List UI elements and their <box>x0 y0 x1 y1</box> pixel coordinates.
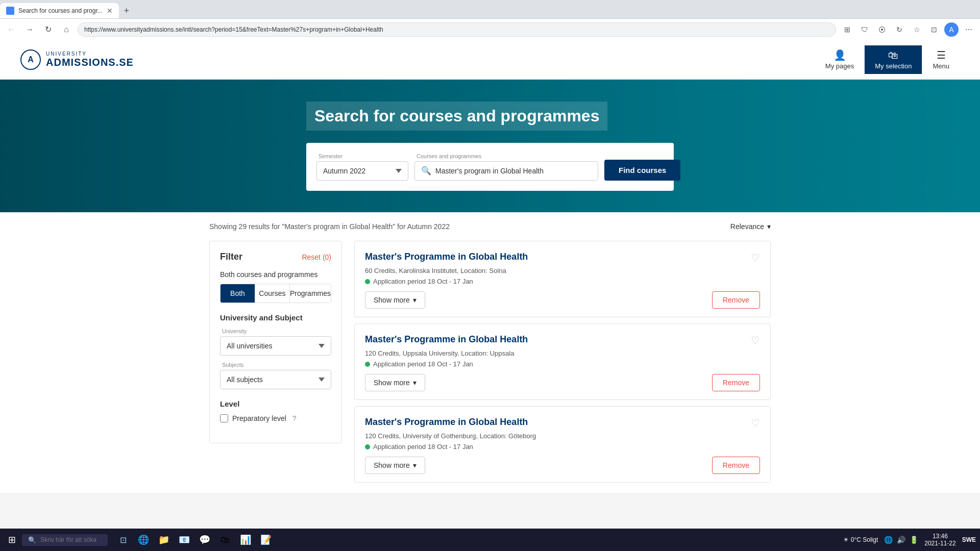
nav-my-pages-label: My pages <box>825 62 854 70</box>
course-list: Master's Programme in Global Health ♡ 60… <box>354 241 771 483</box>
chevron-down-icon-2: ▾ <box>413 379 416 387</box>
search-icon: 🔍 <box>421 166 431 176</box>
status-dot-1 <box>365 279 370 284</box>
sync-btn[interactable]: ↻ <box>892 22 906 37</box>
forward-btn[interactable]: → <box>22 22 37 37</box>
course-status-3: Application period 18 Oct - 17 Jan <box>365 443 760 450</box>
filter-reset-btn[interactable]: Reset (0) <box>302 253 331 261</box>
university-select[interactable]: All universities <box>220 336 331 356</box>
sort-label: Relevance <box>730 222 764 231</box>
browser-tab-bar: Search for courses and progr... ✕ + <box>0 0 980 18</box>
course-title-3[interactable]: Master's Programme in Global Health <box>365 417 528 428</box>
home-btn[interactable]: ⌂ <box>59 22 74 37</box>
settings-btn[interactable]: ⋯ <box>962 22 976 37</box>
results-header: Showing 29 results for "Master's program… <box>209 222 771 231</box>
heart-btn-1[interactable]: ♡ <box>751 252 760 264</box>
logo-circle: A <box>20 49 41 70</box>
my-pages-icon: 👤 <box>834 49 846 61</box>
remove-btn-3[interactable]: Remove <box>712 457 760 474</box>
university-label: University <box>220 328 331 334</box>
course-meta-3: 120 Credits, University of Gothenburg, L… <box>365 432 760 440</box>
url-text: https://www.universityadmissions.se/intl… <box>84 26 383 33</box>
course-status-2: Application period 18 Oct - 17 Jan <box>365 360 760 368</box>
course-status-1: Application period 18 Oct - 17 Jan <box>365 278 760 285</box>
chrome-icon-btn[interactable]: ⦿ <box>875 22 889 37</box>
extensions-btn[interactable]: ⊞ <box>840 22 854 37</box>
logo-area: A UNIVERSITY ADMISSIONS.SE <box>20 49 134 70</box>
type-btn-both[interactable]: Both <box>220 284 255 303</box>
profile-btn[interactable]: A <box>944 22 959 37</box>
semester-select[interactable]: Autumn 2022 Spring 2023 Autumn 2023 <box>316 161 408 181</box>
search-box: Semester Autumn 2022 Spring 2023 Autumn … <box>306 143 674 191</box>
chevron-down-icon-1: ▾ <box>413 296 416 304</box>
main-layout: Filter Reset (0) Both courses and progra… <box>209 241 771 483</box>
find-courses-btn[interactable]: Find courses <box>604 160 680 181</box>
subjects-select[interactable]: All subjects <box>220 370 331 389</box>
browser-nav-bar: ← → ↻ ⌂ https://www.universityadmissions… <box>0 18 980 40</box>
preparatory-label: Preparatory level <box>232 414 286 422</box>
semester-field-group: Semester Autumn 2022 Spring 2023 Autumn … <box>316 153 408 181</box>
show-more-label-1: Show more <box>374 296 410 304</box>
status-text-3: Application period 18 Oct - 17 Jan <box>373 443 473 450</box>
courses-input-wrap: 🔍 <box>414 161 598 181</box>
preparatory-checkbox[interactable] <box>220 414 228 422</box>
status-dot-2 <box>365 362 370 367</box>
remove-btn-2[interactable]: Remove <box>712 374 760 391</box>
subjects-select-wrap: Subjects All subjects <box>220 362 331 389</box>
filter-level-section: Level Preparatory level ? <box>220 399 331 422</box>
browser-chrome: Search for courses and progr... ✕ + ← → … <box>0 0 980 40</box>
course-meta-2: 120 Credits, Uppsala University, Locatio… <box>365 349 760 357</box>
filter-university-section-title: University and Subject <box>220 313 331 322</box>
table-row: Master's Programme in Global Health ♡ 12… <box>354 406 771 483</box>
nav-my-selection[interactable]: 🛍 My selection <box>865 45 922 74</box>
sort-dropdown[interactable]: Relevance ▾ <box>730 222 771 231</box>
site-header: A UNIVERSITY ADMISSIONS.SE 👤 My pages 🛍 … <box>0 40 980 80</box>
show-more-label-2: Show more <box>374 379 410 387</box>
back-btn[interactable]: ← <box>4 22 18 37</box>
filter-header: Filter Reset (0) <box>220 252 331 262</box>
collections-btn[interactable]: ⊡ <box>927 22 941 37</box>
browser-tab-active[interactable]: Search for courses and progr... ✕ <box>0 3 119 18</box>
heart-btn-3[interactable]: ♡ <box>751 417 760 429</box>
new-tab-btn[interactable]: + <box>119 3 134 18</box>
reload-btn[interactable]: ↻ <box>41 22 55 37</box>
course-title-1[interactable]: Master's Programme in Global Health <box>365 252 528 262</box>
star-btn[interactable]: ☆ <box>910 22 924 37</box>
nav-menu[interactable]: ☰ Menu <box>922 45 960 74</box>
help-icon[interactable]: ? <box>292 414 297 422</box>
nav-my-pages[interactable]: 👤 My pages <box>815 45 865 74</box>
logo-text: ADMISSIONS.SE <box>46 57 134 68</box>
show-more-btn-3[interactable]: Show more ▾ <box>365 457 425 474</box>
remove-btn-1[interactable]: Remove <box>712 291 760 309</box>
courses-label: Courses and programmes <box>414 153 598 159</box>
show-more-btn-2[interactable]: Show more ▾ <box>365 374 425 391</box>
courses-input[interactable] <box>435 162 592 180</box>
address-bar[interactable]: https://www.universityadmissions.se/intl… <box>78 22 836 37</box>
course-card-top-3: Master's Programme in Global Health ♡ <box>365 417 760 429</box>
tab-title: Search for courses and progr... <box>18 7 103 14</box>
table-row: Master's Programme in Global Health ♡ 12… <box>354 323 771 400</box>
nav-menu-label: Menu <box>933 62 949 70</box>
results-count: Showing 29 results for "Master's program… <box>209 222 450 231</box>
show-more-label-3: Show more <box>374 461 410 469</box>
show-more-btn-1[interactable]: Show more ▾ <box>365 291 425 309</box>
course-actions-1: Show more ▾ Remove <box>365 291 760 309</box>
course-title-2[interactable]: Master's Programme in Global Health <box>365 334 528 345</box>
status-text-2: Application period 18 Oct - 17 Jan <box>373 360 473 368</box>
nav-my-selection-label: My selection <box>875 62 912 70</box>
my-selection-icon: 🛍 <box>888 49 898 61</box>
status-dot-3 <box>365 444 370 449</box>
course-actions-3: Show more ▾ Remove <box>365 457 760 474</box>
filter-title: Filter <box>220 252 242 262</box>
website: A UNIVERSITY ADMISSIONS.SE 👤 My pages 🛍 … <box>0 40 980 493</box>
sort-chevron-icon: ▾ <box>767 222 771 231</box>
heart-btn-2[interactable]: ♡ <box>751 334 760 346</box>
table-row: Master's Programme in Global Health ♡ 60… <box>354 241 771 317</box>
hero-title: Search for courses and programmes <box>306 102 607 131</box>
semester-label: Semester <box>316 153 408 159</box>
header-nav: 👤 My pages 🛍 My selection ☰ Menu <box>815 45 960 74</box>
browser-shield-btn[interactable]: 🛡 <box>857 22 872 37</box>
type-btn-courses[interactable]: Courses <box>255 284 290 303</box>
type-btn-programmes[interactable]: Programmes <box>290 284 331 303</box>
tab-close-btn[interactable]: ✕ <box>107 7 113 15</box>
